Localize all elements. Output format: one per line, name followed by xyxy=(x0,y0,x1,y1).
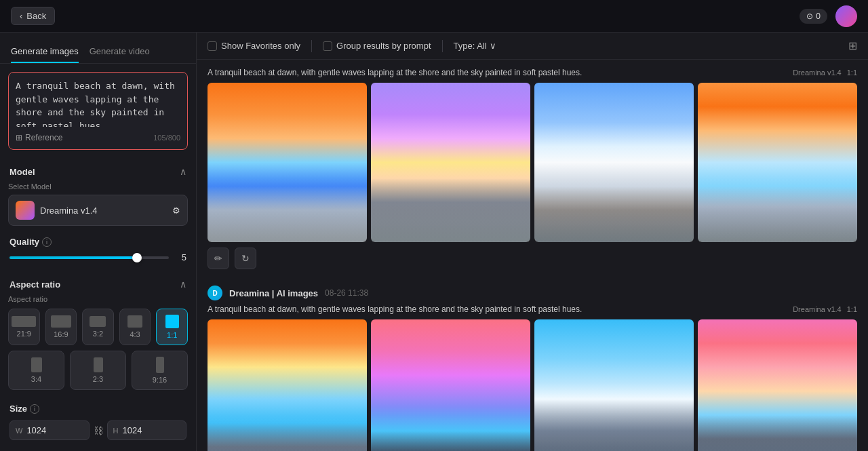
quality-slider[interactable] xyxy=(9,256,169,259)
aspect-label-4-3: 4:3 xyxy=(130,330,140,338)
refresh-button-1[interactable]: ↻ xyxy=(235,248,256,269)
gen-image-2-2[interactable] xyxy=(371,319,530,451)
aspect-btn-1-1[interactable]: 1:1 xyxy=(156,309,188,345)
aspect-shape-1-1 xyxy=(165,315,179,328)
back-label: Back xyxy=(26,11,46,21)
gen-image-2-1[interactable] xyxy=(208,319,367,451)
aspect-label-2-3: 2:3 xyxy=(93,375,103,383)
aspect-grid: 21:9 16:9 3:2 4:3 xyxy=(8,309,188,390)
top-header: ‹ Back ⊙ 0 xyxy=(0,0,868,33)
favorites-checkbox-box xyxy=(208,41,217,51)
size-inputs: W 1024 ⛓ H 1024 xyxy=(9,420,186,440)
width-value: 1024 xyxy=(26,425,46,435)
model-chevron-icon[interactable]: ∧ xyxy=(180,166,186,177)
aspect-label-21-9: 21:9 xyxy=(17,330,31,338)
aspect-shape-9-16 xyxy=(156,357,164,373)
generation-group-1: A tranquil beach at dawn, with gentle wa… xyxy=(208,68,857,269)
aspect-btn-3-2[interactable]: 3:2 xyxy=(82,309,114,345)
prompt-area: ⊞ Reference 105/800 xyxy=(8,72,188,150)
quality-value: 5 xyxy=(176,252,186,262)
aspect-label-9-16: 9:16 xyxy=(153,376,167,384)
model-settings-icon: ⚙ xyxy=(172,205,180,216)
group-checkbox-box xyxy=(323,41,332,51)
gen-image-1-4[interactable] xyxy=(698,83,857,242)
aspect-chevron-icon[interactable]: ∧ xyxy=(180,279,186,290)
size-width-input[interactable]: W 1024 xyxy=(9,420,90,440)
back-button[interactable]: ‹ Back xyxy=(11,7,55,25)
main-layout: Generate images Generate video ⊞ Referen… xyxy=(0,33,868,451)
right-panel: Show Favorites only Group results by pro… xyxy=(197,33,868,451)
prompt-footer: ⊞ Reference 105/800 xyxy=(16,133,180,142)
type-select[interactable]: Type: All ∨ xyxy=(454,41,496,51)
prompt-input[interactable] xyxy=(16,79,180,127)
show-favorites-checkbox[interactable]: Show Favorites only xyxy=(208,41,300,51)
aspect-btn-16-9[interactable]: 16:9 xyxy=(45,309,77,345)
aspect-btn-21-9[interactable]: 21:9 xyxy=(8,309,40,345)
aspect-label-3-4: 3:4 xyxy=(31,375,41,383)
aspect-shape-3-4 xyxy=(31,357,42,372)
gen-model-1: Dreamina v1.4 xyxy=(793,68,842,77)
gen-image-1-2[interactable] xyxy=(371,83,530,242)
aspect-label-16-9: 16:9 xyxy=(54,330,68,338)
model-select-label: Select Model xyxy=(8,182,188,191)
quality-label: Quality xyxy=(9,237,39,247)
tab-generate-images[interactable]: Generate images xyxy=(11,41,79,63)
size-label: Size xyxy=(9,404,27,414)
back-arrow-icon: ‹ xyxy=(20,11,22,21)
quality-section: Quality i 5 xyxy=(0,234,196,271)
gen-image-1-3[interactable] xyxy=(534,83,694,242)
left-panel: Generate images Generate video ⊞ Referen… xyxy=(0,33,197,451)
aspect-btn-4-3[interactable]: 4:3 xyxy=(119,309,151,345)
aspect-section-header: Aspect ratio ∧ xyxy=(0,271,196,295)
quality-header: Quality i xyxy=(9,237,186,247)
model-left: Dreamina v1.4 xyxy=(16,201,98,220)
gen-images-2 xyxy=(208,319,857,451)
gen-image-2-4[interactable] xyxy=(698,319,857,451)
edit-button-1[interactable]: ✏ xyxy=(208,248,229,269)
image-feed[interactable]: A tranquil beach at dawn, with gentle wa… xyxy=(197,60,868,451)
gen-image-2-3[interactable] xyxy=(534,319,694,451)
avatar[interactable] xyxy=(835,5,857,27)
model-selector[interactable]: Dreamina v1.4 ⚙ xyxy=(8,195,188,226)
width-label: W xyxy=(16,427,22,435)
char-count: 105/800 xyxy=(153,134,180,142)
aspect-section: Aspect ratio 21:9 16:9 3:2 xyxy=(0,295,196,398)
group-results-checkbox[interactable]: Group results by prompt xyxy=(323,41,431,51)
model-name: Dreamina v1.4 xyxy=(40,205,98,216)
slider-thumb xyxy=(132,253,142,262)
tab-generate-video[interactable]: Generate video xyxy=(90,41,150,63)
aspect-shape-3-2 xyxy=(90,316,106,327)
filter-divider-2 xyxy=(442,40,443,52)
tabs: Generate images Generate video xyxy=(0,33,196,64)
header-right: ⊙ 0 xyxy=(800,5,857,27)
reference-label: Reference xyxy=(25,133,62,142)
aspect-btn-9-16[interactable]: 9:16 xyxy=(132,351,188,390)
size-height-input[interactable]: H 1024 xyxy=(107,420,187,440)
slider-fill xyxy=(9,256,137,259)
model-icon xyxy=(16,201,35,220)
save-layout-button[interactable]: ⊞ xyxy=(848,39,857,52)
height-value: 1024 xyxy=(122,425,142,435)
reference-button[interactable]: ⊞ Reference xyxy=(16,133,62,142)
gen-ratio-1: 1:1 xyxy=(847,68,857,77)
gen-prompt-1: A tranquil beach at dawn, with gentle wa… xyxy=(208,68,787,77)
filter-divider xyxy=(311,40,312,52)
aspect-btn-2-3[interactable]: 2:3 xyxy=(70,351,126,390)
size-section: Size i W 1024 ⛓ H 1024 xyxy=(0,398,196,451)
group-results-label: Group results by prompt xyxy=(336,41,431,51)
gen-image-1-1[interactable] xyxy=(208,83,367,242)
token-icon: ⊙ xyxy=(806,12,813,21)
quality-info-icon[interactable]: i xyxy=(42,237,52,247)
model-section: Select Model Dreamina v1.4 ⚙ xyxy=(0,182,196,234)
aspect-title: Aspect ratio xyxy=(9,279,60,290)
aspect-grid-label: Aspect ratio xyxy=(8,295,188,303)
gen-images-1 xyxy=(208,83,857,242)
gen-time: 08-26 11:38 xyxy=(325,288,368,298)
size-info-icon[interactable]: i xyxy=(30,404,39,414)
aspect-btn-3-4[interactable]: 3:4 xyxy=(8,351,64,390)
model-title: Model xyxy=(9,167,35,177)
type-chevron-icon: ∨ xyxy=(490,41,496,51)
link-icon: ⛓ xyxy=(94,425,103,436)
height-label: H xyxy=(113,427,119,435)
gen-prompt-2: A tranquil beach at dawn, with gentle wa… xyxy=(208,305,787,314)
